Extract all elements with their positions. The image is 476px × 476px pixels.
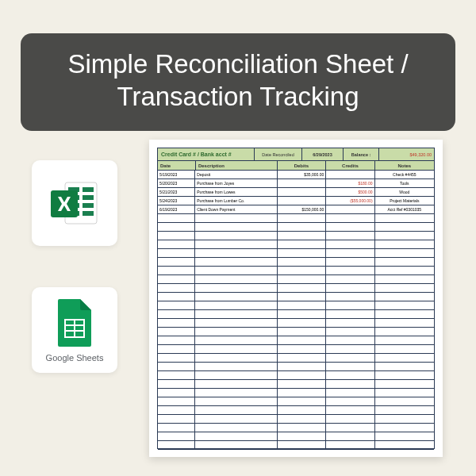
table-row-empty <box>158 232 434 240</box>
google-sheets-label: Google Sheets <box>46 353 104 363</box>
table-row-empty <box>158 354 434 363</box>
svg-rect-2 <box>83 187 94 192</box>
table-row-empty <box>158 424 434 432</box>
cell-debit <box>278 179 326 187</box>
svg-rect-6 <box>83 203 94 208</box>
table-row-empty <box>158 432 434 441</box>
table-row-empty <box>158 380 434 389</box>
table-row-empty <box>158 363 434 371</box>
date-reconciled-label: Date Reconciled <box>255 148 302 160</box>
rows-container: 5/19/2023Deposit$35,000.00Check #44555/2… <box>158 171 434 450</box>
table-row-empty <box>158 397 434 406</box>
header-credits: Credits <box>326 161 375 170</box>
spreadsheet-preview: Credit Card # / Bank acct # Date Reconci… <box>149 140 443 457</box>
cell-debit: $150,000.00 <box>278 205 326 213</box>
table-row-empty <box>158 284 434 293</box>
cell-debit <box>278 188 326 196</box>
cell-date: 5/24/2023 <box>158 197 195 205</box>
header-notes: Notes <box>375 161 434 170</box>
table-row-empty <box>158 301 434 310</box>
cell-date: 5/21/2023 <box>158 188 195 196</box>
table-row-empty <box>158 240 434 249</box>
balance-label: Balance : <box>344 148 379 160</box>
cell-date: 5/20/2023 <box>158 179 195 187</box>
table-row-empty <box>158 328 434 336</box>
cell-notes: Project Materials <box>375 197 434 205</box>
sheet-account-title: Credit Card # / Bank acct # <box>158 148 255 160</box>
table-row-empty <box>158 214 434 223</box>
column-headers: Date Description Debits Credits Notes <box>158 161 434 171</box>
table-row-empty <box>158 275 434 284</box>
spreadsheet-grid: Credit Card # / Bank acct # Date Reconci… <box>157 148 435 449</box>
svg-rect-8 <box>83 211 94 216</box>
table-row: 6/19/2023Client Down Payment$150,000.00A… <box>158 205 434 214</box>
banner-title: Simple Reconciliation Sheet / Transactio… <box>40 48 436 113</box>
title-banner: Simple Reconciliation Sheet / Transactio… <box>21 33 455 131</box>
header-date: Date <box>158 161 196 170</box>
date-reconciled-value: 6/29/2023 <box>302 148 344 160</box>
cell-credit: $180.00 <box>326 179 374 187</box>
table-row-empty <box>158 389 434 397</box>
cell-notes: Wood <box>375 188 434 196</box>
cell-date: 6/19/2023 <box>158 205 195 213</box>
cell-description: Client Down Payment <box>195 205 278 213</box>
cell-notes: Check #4455 <box>375 171 434 178</box>
table-row-empty <box>158 371 434 380</box>
table-row: 5/24/2023Purchase from Lumber Co.($55,00… <box>158 197 434 205</box>
header-description: Description <box>196 161 278 170</box>
table-row: 5/21/2023Purchase from Lowes$500.00Wood <box>158 188 434 197</box>
sheet-title-row: Credit Card # / Bank acct # Date Reconci… <box>158 148 434 161</box>
table-row-empty <box>158 267 434 275</box>
cell-date: 5/19/2023 <box>158 171 195 178</box>
cell-credit: ($55,000.00) <box>326 197 374 205</box>
cell-description: Purchase from Lowes <box>195 188 278 196</box>
table-row-empty <box>158 336 434 345</box>
google-sheets-icon-card: Google Sheets <box>32 287 117 373</box>
balance-value: $49,320.00 <box>379 148 434 160</box>
cell-credit: $500.00 <box>326 188 374 196</box>
table-row-empty <box>158 310 434 319</box>
table-row-empty <box>158 406 434 415</box>
cell-credit <box>326 171 374 178</box>
table-row-empty <box>158 223 434 232</box>
cell-credit <box>326 205 374 213</box>
cell-debit: $35,000.00 <box>278 171 326 178</box>
table-row-empty <box>158 345 434 354</box>
cell-description: Deposit <box>195 171 278 178</box>
table-row-empty <box>158 249 434 258</box>
cell-debit <box>278 197 326 205</box>
table-row-empty <box>158 415 434 424</box>
table-row-empty <box>158 293 434 301</box>
google-sheets-icon <box>55 298 94 348</box>
excel-icon-card <box>32 160 117 246</box>
table-row-empty <box>158 441 434 450</box>
table-row-empty <box>158 258 434 267</box>
cell-notes: Acct Ref #0301035 <box>375 205 434 213</box>
excel-icon <box>48 176 102 230</box>
table-row-empty <box>158 319 434 328</box>
svg-rect-4 <box>83 195 94 200</box>
header-debits: Debits <box>278 161 327 170</box>
cell-notes: Tools <box>375 179 434 187</box>
table-row: 5/20/2023Purchase from Joyes$180.00Tools <box>158 179 434 188</box>
cell-description: Purchase from Lumber Co. <box>195 197 278 205</box>
cell-description: Purchase from Joyes <box>195 179 278 187</box>
table-row: 5/19/2023Deposit$35,000.00Check #4455 <box>158 171 434 179</box>
